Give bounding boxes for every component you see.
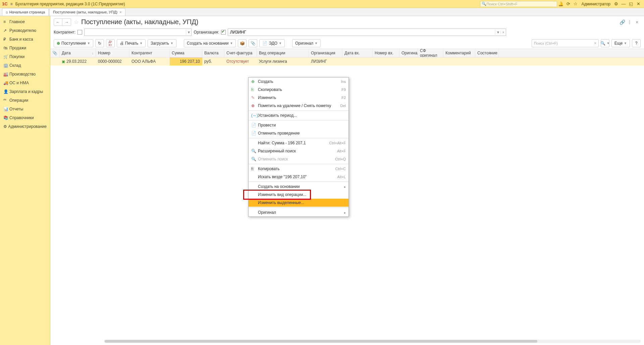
search-button[interactable]: 🔍▼ [601, 39, 609, 47]
page-header: ← → ☆ Поступление (акты, накладные, УПД)… [50, 16, 644, 28]
menu-change-selected[interactable]: Изменить выделенные... [249, 199, 348, 207]
back-button[interactable]: ← [54, 18, 62, 26]
sidebar-item-reports[interactable]: 📊Отчеты [0, 105, 50, 113]
report-icon: 📊 [3, 107, 9, 111]
help-button[interactable]: ? [632, 39, 641, 47]
sidebar-item-sales[interactable]: 🛍Продажи [0, 44, 50, 52]
col-sforig[interactable]: СФ оригинал [418, 49, 443, 57]
menu-copy[interactable]: ⎘СкопироватьF9 [249, 86, 348, 94]
favorite-icon[interactable]: ☆ [74, 19, 78, 25]
sidebar-item-warehouse[interactable]: 🏢Склад [0, 61, 50, 70]
building-icon: 🏢 [3, 63, 9, 68]
sidebar-item-assets[interactable]: 🚚ОС и НМА [0, 79, 50, 87]
col-numin[interactable]: Номер вх. [373, 49, 399, 57]
menu-mark-delete[interactable]: ⊗Пометить на удаление / Снять пометкуDel [249, 102, 348, 110]
col-sf[interactable]: Счет-фактура [224, 49, 257, 57]
link-icon[interactable]: 🔗 [619, 19, 626, 25]
sidebar: ≡Главное ↗Руководителю ₽Банк и касса 🛍Пр… [0, 16, 50, 345]
col-dtin[interactable]: Дата вх. [342, 49, 373, 57]
hamburger-icon[interactable]: ≡ [10, 2, 13, 6]
sidebar-item-production[interactable]: 🏭Производство [0, 70, 50, 79]
attach-button[interactable]: 📎 [249, 39, 257, 47]
more-icon[interactable]: ⋮ [626, 19, 633, 25]
sidebar-item-salary[interactable]: 👤Зарплата и кадры [0, 87, 50, 96]
cart-icon: 🛒 [3, 54, 9, 59]
menu-change-op[interactable]: Изменить вид операции... [249, 191, 348, 199]
col-curr[interactable]: Валюта [202, 49, 224, 57]
forward-button[interactable]: → [62, 18, 71, 26]
close-page-icon[interactable]: × [633, 19, 641, 25]
bag-icon: 🛍 [3, 46, 9, 50]
grid-header: 📎 Дата↓ Номер Контрагент Сумма Валюта Сч… [50, 49, 644, 57]
global-search[interactable]: 🔍 Поиск Ctrl+Shift+F [480, 1, 557, 7]
menu-set-period[interactable]: (↔)Установить период... [249, 111, 348, 119]
menu-original[interactable]: Оригинал▸ [249, 208, 348, 216]
col-date[interactable]: Дата↓ [60, 49, 96, 57]
filter-contr-combo[interactable]: ▾ [84, 29, 192, 36]
printer-icon: 🖨 [120, 41, 124, 46]
star-icon[interactable]: ☆ [572, 1, 579, 6]
sidebar-item-bank[interactable]: ₽Банк и касса [0, 35, 50, 44]
menu-find[interactable]: Найти: Сумма - 196 207,1Ctrl+Alt+F [249, 139, 348, 147]
tab-home[interactable]: ⌂ Начальная страница [2, 8, 49, 16]
books-icon: 📚 [3, 115, 9, 120]
minimize-icon[interactable]: — [620, 1, 627, 6]
menu-adv-find[interactable]: 🔍Расширенный поискAlt+F [249, 147, 348, 155]
scrollbar-thumb[interactable] [105, 340, 537, 343]
col-contr[interactable]: Контрагент [129, 49, 170, 57]
menu-copy2[interactable]: ⎘КопироватьCtrl+C [249, 165, 348, 173]
receipt-button[interactable]: ⊕Поступление▼ [54, 39, 93, 47]
grid-search[interactable]: Поиск (Ctrl+F) × [532, 39, 599, 47]
original-button[interactable]: Оригинал▼ [292, 39, 321, 47]
maximize-icon[interactable]: ◱ [627, 1, 635, 6]
sidebar-item-manager[interactable]: ↗Руководителю [0, 26, 50, 35]
col-org[interactable]: Организация [309, 49, 342, 57]
context-menu: ⊕СоздатьIns ⎘СкопироватьF9 ✎ИзменитьF2 ⊗… [248, 77, 349, 217]
col-sum[interactable]: Сумма [170, 49, 202, 57]
table-row[interactable]: ▣29.03.2022 0000-000002 ООО АЛЬФА 196 20… [50, 57, 644, 65]
filter-row: Контрагент: ▾ Организация: ЛИЗИНГ ▾ × [50, 28, 644, 38]
menu-create[interactable]: ⊕СоздатьIns [249, 78, 348, 86]
menu-edit[interactable]: ✎ИзменитьF2 [249, 94, 348, 102]
package-button[interactable]: 📦 [238, 39, 247, 47]
menu-search-all[interactable]: Искать везде "196 207,10"Alt+L [249, 173, 348, 181]
sidebar-item-operations[interactable]: ᴬᵏОперации [0, 96, 50, 105]
col-comm[interactable]: Комментарий [443, 49, 475, 57]
close-window-icon[interactable]: ✕ [635, 1, 642, 6]
chevron-down-icon[interactable]: ▾ [186, 30, 191, 35]
more-button[interactable]: Еще▼ [611, 39, 630, 47]
bell-icon[interactable]: 🔔 [557, 1, 565, 6]
create-based-button[interactable]: Создать на основании▼ [184, 39, 236, 47]
menu-post[interactable]: 📄Провести [249, 121, 348, 129]
menu-unpost[interactable]: 📄Отменить проведение [249, 129, 348, 137]
clear-icon[interactable]: × [500, 31, 506, 34]
user-label[interactable]: Администратор [581, 2, 610, 6]
col-state[interactable]: Состояние [475, 49, 499, 57]
close-tab-icon[interactable]: × [119, 10, 121, 14]
chevron-down-icon[interactable]: ▾ [495, 30, 500, 35]
load-button[interactable]: Загрузить▼ [148, 39, 176, 47]
sidebar-item-main[interactable]: ≡Главное [0, 17, 50, 26]
print-button[interactable]: 🖨Печать▼ [117, 39, 146, 47]
horizontal-scrollbar[interactable] [104, 340, 641, 343]
history-icon[interactable]: ⟳ [565, 1, 572, 6]
dtkt-button[interactable]: ДтКт [106, 39, 115, 47]
clear-search-icon[interactable]: × [592, 41, 598, 46]
tab-receipts[interactable]: Поступление (акты, накладные, УПД) × [49, 8, 125, 16]
refresh-button[interactable]: ↻ [95, 39, 104, 47]
col-vid[interactable]: Вид операции [257, 49, 309, 57]
filter-org-check[interactable] [221, 30, 226, 35]
edo-button[interactable]: 📄ЭДО▼ [259, 39, 285, 47]
settings-icon[interactable]: ⚙ [612, 1, 620, 6]
chart-icon: ↗ [3, 28, 9, 33]
filter-org-combo[interactable]: ЛИЗИНГ ▾ × [228, 29, 506, 36]
sidebar-item-refs[interactable]: 📚Справочники [0, 113, 50, 122]
col-num[interactable]: Номер [96, 49, 129, 57]
col-orig[interactable]: Оригинал [399, 49, 418, 57]
filter-contr-check[interactable] [77, 30, 82, 35]
col-clip[interactable]: 📎 [50, 49, 60, 57]
sidebar-item-admin[interactable]: ⚙Администрирование [0, 122, 50, 131]
sidebar-item-purchases[interactable]: 🛒Покупки [0, 52, 50, 61]
menu-create-based[interactable]: Создать на основании▸ [249, 183, 348, 191]
gear-icon: ⚙ [3, 124, 8, 129]
